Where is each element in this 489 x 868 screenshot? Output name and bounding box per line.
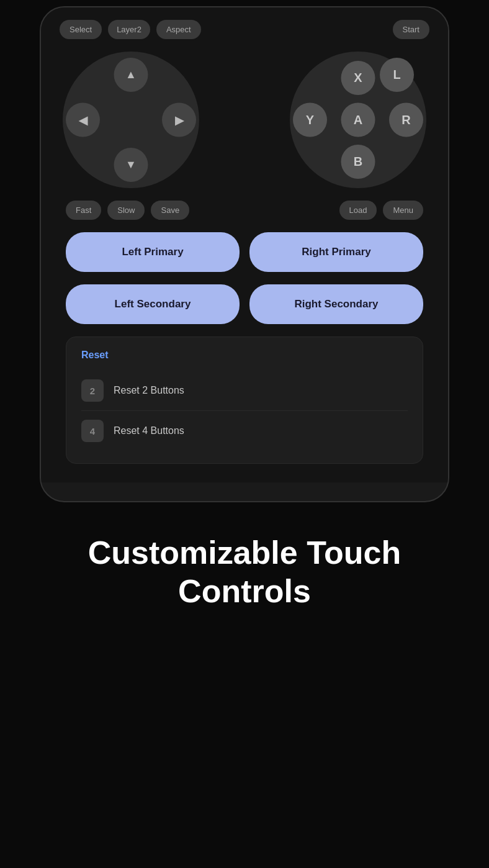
reset-title: Reset (81, 350, 408, 361)
left-primary-button[interactable]: Left Primary (66, 232, 240, 272)
face-r-button[interactable]: R (389, 103, 423, 137)
reset-4-label: Reset 4 Buttons (114, 425, 184, 436)
reset-4-icon: 4 (81, 420, 104, 442)
reset-2-label: Reset 2 Buttons (114, 385, 184, 396)
bottom-right-buttons: Load Menu (339, 201, 423, 220)
face-buttons-container: X B Y R A L (284, 45, 433, 194)
controller-area: Select Layer2 Aspect Start ▲ ▼ ◀ ▶ X B Y (41, 7, 448, 482)
secondary-buttons-row: Left Secondary Right Secondary (53, 284, 436, 324)
dpad-container: ▲ ▼ ◀ ▶ (56, 45, 205, 194)
joysticks-row: ▲ ▼ ◀ ▶ X B Y R A L (53, 45, 436, 194)
layer2-button[interactable]: Layer2 (108, 20, 150, 39)
face-b-button[interactable]: B (341, 145, 375, 179)
reset-2-icon: 2 (81, 379, 104, 402)
top-row-left: Select Layer2 Aspect (60, 20, 201, 39)
face-l-button[interactable]: L (380, 58, 414, 92)
dpad-down-button[interactable]: ▼ (114, 148, 148, 182)
load-button[interactable]: Load (339, 201, 377, 220)
left-secondary-button[interactable]: Left Secondary (66, 284, 240, 324)
aspect-button[interactable]: Aspect (156, 20, 201, 39)
top-row: Select Layer2 Aspect Start (53, 20, 436, 39)
start-button[interactable]: Start (393, 20, 429, 39)
fast-button[interactable]: Fast (66, 201, 101, 220)
reset-2-buttons-item[interactable]: 2 Reset 2 Buttons (81, 371, 408, 411)
right-secondary-button[interactable]: Right Secondary (249, 284, 423, 324)
main-title: Customizable Touch Controls (88, 533, 402, 611)
title-line1: Customizable Touch (88, 535, 402, 571)
save-button[interactable]: Save (151, 201, 189, 220)
dpad-up-button[interactable]: ▲ (114, 58, 148, 92)
bottom-row: Fast Slow Save Load Menu (53, 197, 436, 220)
menu-button[interactable]: Menu (383, 201, 423, 220)
reset-section: Reset 2 Reset 2 Buttons 4 Reset 4 Button… (66, 337, 423, 464)
phone-frame: Select Layer2 Aspect Start ▲ ▼ ◀ ▶ X B Y (40, 6, 449, 502)
primary-buttons-row: Left Primary Right Primary (53, 232, 436, 272)
face-y-button[interactable]: Y (293, 103, 327, 137)
right-primary-button[interactable]: Right Primary (249, 232, 423, 272)
bottom-left-buttons: Fast Slow Save (66, 201, 189, 220)
title-section: Customizable Touch Controls (63, 502, 426, 648)
slow-button[interactable]: Slow (107, 201, 145, 220)
dpad-right-button[interactable]: ▶ (162, 103, 196, 137)
face-x-button[interactable]: X (341, 61, 375, 95)
dpad-left-button[interactable]: ◀ (66, 103, 100, 137)
face-a-button[interactable]: A (341, 103, 375, 137)
title-line2: Controls (178, 573, 311, 609)
reset-4-buttons-item[interactable]: 4 Reset 4 Buttons (81, 411, 408, 451)
select-button[interactable]: Select (60, 20, 102, 39)
